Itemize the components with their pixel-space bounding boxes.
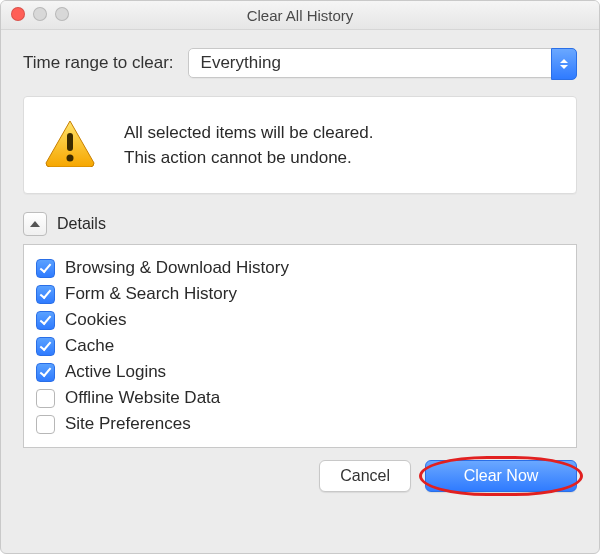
- dialog-window: Clear All History Time range to clear: E…: [0, 0, 600, 554]
- chevron-up-icon: [560, 59, 568, 63]
- checkmark-icon: [40, 261, 52, 273]
- details-item-label: Form & Search History: [65, 284, 237, 304]
- dialog-footer: Cancel Clear Now: [1, 448, 599, 508]
- dialog-content: Time range to clear: Everything: [1, 30, 599, 448]
- details-checkbox[interactable]: [36, 311, 55, 330]
- titlebar: Clear All History: [1, 1, 599, 30]
- details-disclosure-button[interactable]: [23, 212, 47, 236]
- time-range-row: Time range to clear: Everything: [23, 48, 577, 78]
- window-title: Clear All History: [247, 7, 354, 24]
- time-range-select[interactable]: Everything: [188, 48, 577, 78]
- svg-rect-0: [67, 133, 73, 151]
- details-checkbox[interactable]: [36, 415, 55, 434]
- details-checkbox[interactable]: [36, 259, 55, 278]
- warning-text: All selected items will be cleared. This…: [124, 120, 373, 171]
- warning-line-2: This action cannot be undone.: [124, 145, 373, 171]
- window-close-button[interactable]: [11, 7, 25, 21]
- checkmark-icon: [40, 339, 52, 351]
- details-item-label: Cache: [65, 336, 114, 356]
- warning-panel: All selected items will be cleared. This…: [23, 96, 577, 194]
- details-item: Site Preferences: [36, 411, 564, 437]
- select-stepper-icon: [551, 48, 577, 80]
- time-range-selected-value: Everything: [188, 48, 577, 78]
- warning-icon: [44, 119, 96, 171]
- details-checkbox[interactable]: [36, 363, 55, 382]
- window-zoom-button[interactable]: [55, 7, 69, 21]
- clear-now-highlight: Clear Now: [425, 460, 577, 492]
- details-header: Details: [23, 212, 577, 236]
- details-item-label: Site Preferences: [65, 414, 191, 434]
- details-item-label: Active Logins: [65, 362, 166, 382]
- cancel-button[interactable]: Cancel: [319, 460, 411, 492]
- details-item-label: Cookies: [65, 310, 126, 330]
- clear-now-button[interactable]: Clear Now: [425, 460, 577, 492]
- details-item-label: Offline Website Data: [65, 388, 220, 408]
- details-item: Cache: [36, 333, 564, 359]
- checkmark-icon: [40, 313, 52, 325]
- chevron-down-icon: [560, 65, 568, 69]
- svg-point-1: [67, 155, 74, 162]
- warning-line-1: All selected items will be cleared.: [124, 120, 373, 146]
- details-checkbox[interactable]: [36, 337, 55, 356]
- details-item: Active Logins: [36, 359, 564, 385]
- details-label: Details: [57, 215, 106, 233]
- details-item: Browsing & Download History: [36, 255, 564, 281]
- checkmark-icon: [40, 287, 52, 299]
- details-checkbox[interactable]: [36, 285, 55, 304]
- window-traffic-lights: [11, 7, 69, 21]
- details-item: Cookies: [36, 307, 564, 333]
- checkmark-icon: [40, 365, 52, 377]
- details-item: Offline Website Data: [36, 385, 564, 411]
- details-item-label: Browsing & Download History: [65, 258, 289, 278]
- details-list: Browsing & Download HistoryForm & Search…: [23, 244, 577, 448]
- time-range-label: Time range to clear:: [23, 53, 174, 73]
- window-minimize-button[interactable]: [33, 7, 47, 21]
- details-item: Form & Search History: [36, 281, 564, 307]
- details-checkbox[interactable]: [36, 389, 55, 408]
- chevron-up-icon: [30, 221, 40, 227]
